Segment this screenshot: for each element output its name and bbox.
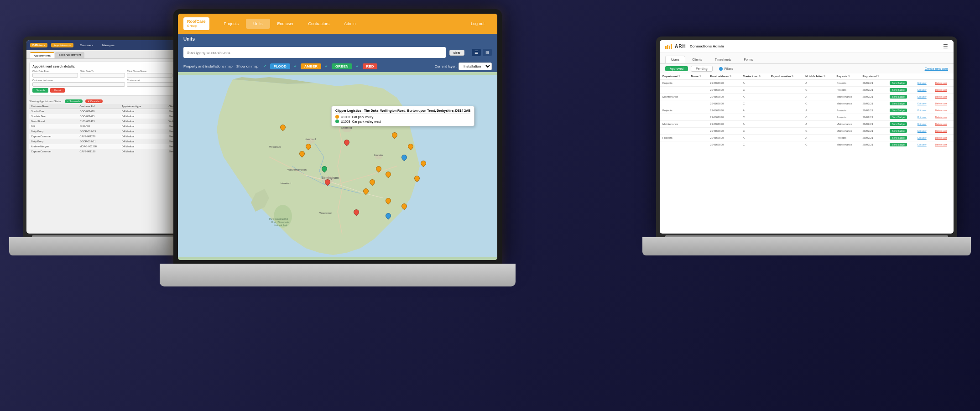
center-nav-projects[interactable]: Projects xyxy=(217,19,246,29)
red-check: ✓ xyxy=(356,64,359,68)
center-navbar: RoofCare Group Projects Units End user C… xyxy=(178,14,497,34)
create-user-link[interactable]: Create new user xyxy=(925,67,948,70)
units-search-input[interactable] xyxy=(183,47,446,58)
cell-payroll xyxy=(768,135,803,141)
layer-select[interactable]: Installation xyxy=(459,62,492,70)
send-badge-button[interactable]: Send Badge xyxy=(890,129,907,133)
cell-name xyxy=(688,114,708,121)
green-badge[interactable]: GREEN xyxy=(332,63,352,69)
cell-contact: A xyxy=(740,79,768,87)
delete-user-button[interactable]: Delete user xyxy=(935,130,947,132)
badge-successful: ✓ Successful xyxy=(65,99,83,103)
center-nav-logout[interactable]: Log out xyxy=(464,19,492,29)
amber-badge[interactable]: AMBER xyxy=(301,63,321,69)
filter-toggle[interactable]: Filters xyxy=(719,67,733,71)
cell-registered: 29/02/21 xyxy=(860,141,887,148)
popup-item-label-2: Car park valley west xyxy=(352,120,381,123)
right-tab-timesheets[interactable]: Timesheets xyxy=(709,56,737,63)
input-customer-last-name[interactable] xyxy=(32,82,125,87)
edit-user-button[interactable]: Edit user xyxy=(917,88,927,91)
map-container: Birmingham Liverpool Sheffield Lincoln W… xyxy=(178,72,497,260)
edit-user-button[interactable]: Edit user xyxy=(917,82,927,84)
cell-department xyxy=(660,128,688,135)
svg-text:Liverpool: Liverpool xyxy=(305,138,316,140)
edit-user-button[interactable]: Edit user xyxy=(917,109,927,112)
cell-email: 234567890 xyxy=(707,94,740,100)
arh-bar-4 xyxy=(671,44,672,49)
delete-user-button[interactable]: Delete user xyxy=(935,123,947,125)
col-email: Email address ⇅ xyxy=(707,73,740,79)
search-button[interactable]: Search xyxy=(32,88,48,93)
edit-user-button[interactable]: Edit user xyxy=(917,130,927,132)
left-search-title: Appointment search details: xyxy=(32,65,75,68)
cell-name xyxy=(688,100,708,107)
reset-button[interactable]: Reset xyxy=(50,88,65,93)
center-nav-admin[interactable]: Admin xyxy=(337,19,363,29)
left-logo: D4Drivers xyxy=(30,43,47,47)
col-payrate: Pay rate ⇅ xyxy=(834,73,860,79)
left-nav-managers[interactable]: Managers xyxy=(99,43,117,47)
send-badge-button[interactable]: Send Badge xyxy=(890,109,907,112)
delete-user-button[interactable]: Delete user xyxy=(935,116,947,119)
delete-user-button[interactable]: Delete user xyxy=(935,82,947,84)
delete-user-button[interactable]: Delete user xyxy=(935,109,947,112)
search-clear-button[interactable]: clear xyxy=(449,50,464,56)
send-badge-button[interactable]: Send Badge xyxy=(890,95,907,99)
list-view-button[interactable]: ☰ xyxy=(472,49,481,56)
right-tab-clients[interactable]: Clients xyxy=(686,56,708,63)
send-badge-button[interactable]: Send Badge xyxy=(890,143,907,146)
cell-payrate: Maintenance xyxy=(834,141,860,148)
arh-logo-text: ARH xyxy=(675,44,686,49)
send-badge-button[interactable]: Send Badge xyxy=(890,102,907,105)
cell-department: Projects xyxy=(660,135,688,141)
send-badge-button[interactable]: Send Badge xyxy=(890,115,907,119)
map-view-button[interactable]: ⊞ xyxy=(483,49,492,56)
cell-ni: C xyxy=(803,100,834,107)
cell-payrate: Projects xyxy=(834,114,860,121)
input-clinic-date-from[interactable] xyxy=(32,73,78,78)
left-tab-book[interactable]: Book Appointment xyxy=(55,52,85,58)
send-badge-button[interactable]: Send Badge xyxy=(890,81,907,85)
right-tab-forms[interactable]: Forms xyxy=(738,56,759,63)
flood-badge[interactable]: FLOOD xyxy=(270,63,290,69)
left-nav-customers[interactable]: Customers xyxy=(77,43,96,47)
center-nav-contractors[interactable]: Contractors xyxy=(301,19,337,29)
edit-user-button[interactable]: Edit user xyxy=(917,102,927,105)
delete-user-button[interactable]: Delete user xyxy=(935,143,947,146)
send-badge-button[interactable]: Send Badge xyxy=(890,136,907,140)
input-clinic-date-to[interactable] xyxy=(80,73,125,78)
send-badge-button[interactable]: Send Badge xyxy=(890,122,907,126)
edit-user-button[interactable]: Edit user xyxy=(917,136,927,139)
edit-user-button[interactable]: Edit user xyxy=(917,116,927,119)
center-nav-units[interactable]: Units xyxy=(246,19,270,29)
edit-user-button[interactable]: Edit user xyxy=(917,143,927,146)
right-table-wrapper: Department ⇅ Name ⇅ Email address ⇅ Cont… xyxy=(660,73,954,148)
cell-email: 234567890 xyxy=(707,121,740,128)
hamburger-icon[interactable]: ☰ xyxy=(943,43,948,50)
cell-name xyxy=(688,87,708,94)
map-background: Birmingham Liverpool Sheffield Lincoln W… xyxy=(178,72,497,260)
col-ni: NI table letter ⇅ xyxy=(803,73,834,79)
delete-user-button[interactable]: Delete user xyxy=(935,95,947,98)
map-controls: Property and installations map Show on m… xyxy=(178,61,497,72)
right-screen-inner: ARH Connections Admin ☰ Users Clients Ti… xyxy=(660,40,954,234)
left-nav-appointments[interactable]: Appointments xyxy=(51,43,73,47)
delete-user-button[interactable]: Delete user xyxy=(935,88,947,91)
approved-button[interactable]: Approved xyxy=(665,66,688,71)
right-tab-users[interactable]: Users xyxy=(665,56,685,63)
col-actions-edit xyxy=(915,73,933,79)
cell-name xyxy=(688,135,708,141)
arh-bar-3 xyxy=(669,46,670,49)
center-logo-line2: Group xyxy=(187,24,206,28)
delete-user-button[interactable]: Delete user xyxy=(935,136,947,139)
red-badge[interactable]: RED xyxy=(363,63,378,69)
center-base xyxy=(160,264,516,286)
delete-user-button[interactable]: Delete user xyxy=(935,102,947,105)
edit-user-button[interactable]: Edit user xyxy=(917,95,927,98)
edit-user-button[interactable]: Edit user xyxy=(917,123,927,125)
left-tab-appointments[interactable]: Appointments xyxy=(30,52,54,58)
send-badge-button[interactable]: Send Badge xyxy=(890,88,907,92)
pending-button[interactable]: Pending xyxy=(691,66,713,72)
center-nav-enduser[interactable]: End user xyxy=(270,19,301,29)
cell-ni: C xyxy=(803,128,834,135)
